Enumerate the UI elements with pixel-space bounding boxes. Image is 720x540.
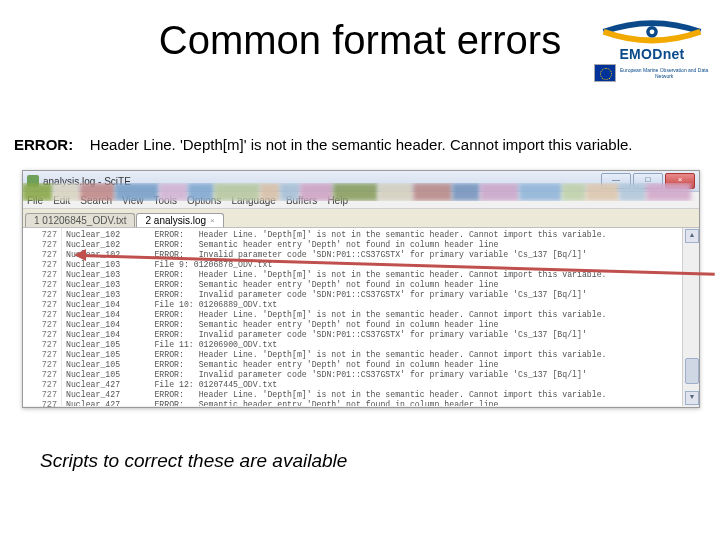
scroll-down-icon[interactable]: ▼ [685, 391, 699, 405]
scroll-thumb[interactable] [685, 358, 699, 384]
scroll-up-icon[interactable]: ▲ [685, 229, 699, 243]
tab-odv-file[interactable]: 1 01206845_ODV.txt [25, 213, 135, 227]
editor-body: 727 727 727 727 727 727 727 727 727 727 … [23, 228, 699, 406]
slide: Common format errors EMODnet European Ma… [0, 0, 720, 540]
tab-label: 2 analysis.log [145, 215, 206, 226]
error-label: ERROR: [14, 136, 73, 153]
error-line: ERROR: Header Line. 'Depth[m]' is not in… [14, 136, 633, 153]
line-gutter: 727 727 727 727 727 727 727 727 727 727 … [23, 228, 62, 406]
emodnet-logo-graphic [594, 6, 710, 46]
logo-subtitle: European Marine Observation and Data Net… [618, 68, 710, 79]
code-area[interactable]: Nuclear_102 ERROR: Header Line. 'Depth[m… [62, 228, 682, 406]
close-icon[interactable]: × [210, 216, 215, 225]
editor-window: analysis.log - SciTE — □ × File Edit Sea… [22, 170, 700, 408]
logo-footer: European Marine Observation and Data Net… [594, 64, 710, 82]
logo-name: EMODnet [594, 46, 710, 62]
tab-analysis-log[interactable]: 2 analysis.log × [136, 213, 223, 227]
tab-label: 1 01206845_ODV.txt [34, 215, 126, 226]
tab-bar: 1 01206845_ODV.txt 2 analysis.log × [23, 209, 699, 228]
decorative-color-strip [22, 183, 698, 201]
svg-point-1 [650, 29, 655, 34]
eu-flag-icon [594, 64, 616, 82]
footer-note: Scripts to correct these are available [40, 450, 347, 472]
vertical-scrollbar[interactable]: ▲ ▼ [682, 228, 699, 406]
emodnet-logo: EMODnet European Marine Observation and … [594, 6, 710, 82]
error-text: Header Line. 'Depth[m]' is not in the se… [90, 136, 633, 153]
